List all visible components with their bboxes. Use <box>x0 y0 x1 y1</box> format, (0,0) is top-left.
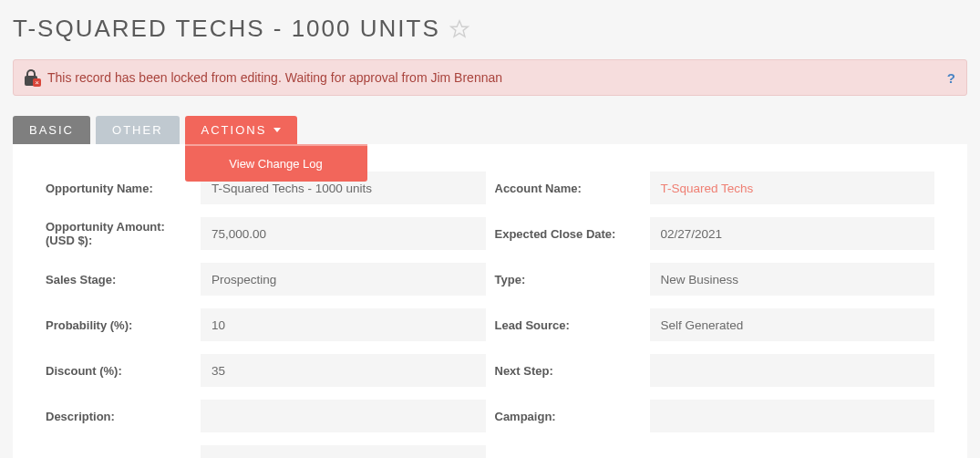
label-campaign: Campaign: <box>495 410 641 423</box>
label-lead-source: Lead Source: <box>495 318 641 332</box>
caret-down-icon <box>273 128 281 132</box>
help-icon[interactable]: ? <box>947 70 955 86</box>
value-assigned-to: max <box>201 445 486 458</box>
dropdown-item-view-change-log[interactable]: View Change Log <box>185 146 367 182</box>
value-sales-stage: Prospecting <box>201 263 486 296</box>
page-title: T-SQUARED TECHS - 1000 UNITS <box>13 15 440 43</box>
label-sales-stage: Sales Stage: <box>46 273 191 286</box>
value-campaign <box>650 400 935 432</box>
value-account-name[interactable]: T-Squared Techs <box>650 172 935 204</box>
tab-other[interactable]: OTHER <box>96 116 180 144</box>
tab-basic[interactable]: BASIC <box>13 116 90 144</box>
label-expected-close-date: Expected Close Date: <box>495 227 641 241</box>
locked-alert: × This record has been locked from editi… <box>13 59 967 96</box>
tabs: BASIC OTHER ACTIONS View Change Log <box>13 116 967 144</box>
value-lead-source: Self Generated <box>650 308 935 341</box>
tab-actions-label: ACTIONS <box>201 123 267 137</box>
label-description: Description: <box>46 410 191 423</box>
label-probability: Probability (%): <box>46 318 191 332</box>
lock-icon: × <box>25 69 38 86</box>
actions-dropdown: View Change Log <box>185 144 367 182</box>
detail-panel: Opportunity Name: T-Squared Techs - 1000… <box>13 144 967 458</box>
label-opportunity-amount: Opportunity Amount: (USD $): <box>46 220 191 247</box>
tab-actions[interactable]: ACTIONS View Change Log <box>185 116 298 144</box>
value-expected-close-date: 02/27/2021 <box>650 217 935 250</box>
value-opportunity-amount: 75,000.00 <box>201 217 486 250</box>
value-description <box>201 400 486 432</box>
label-opportunity-name: Opportunity Name: <box>46 182 191 195</box>
value-discount: 35 <box>201 354 486 387</box>
label-assigned-to: Assigned to: <box>46 455 191 459</box>
value-type: New Business <box>650 263 935 296</box>
value-probability: 10 <box>201 308 486 341</box>
svg-marker-0 <box>451 20 468 36</box>
value-next-step <box>650 354 935 387</box>
label-account-name: Account Name: <box>495 182 641 195</box>
favorite-star-icon[interactable] <box>449 19 469 39</box>
label-type: Type: <box>495 273 641 286</box>
label-discount: Discount (%): <box>46 364 191 378</box>
alert-text: This record has been locked from editing… <box>47 70 502 85</box>
label-next-step: Next Step: <box>495 364 641 378</box>
